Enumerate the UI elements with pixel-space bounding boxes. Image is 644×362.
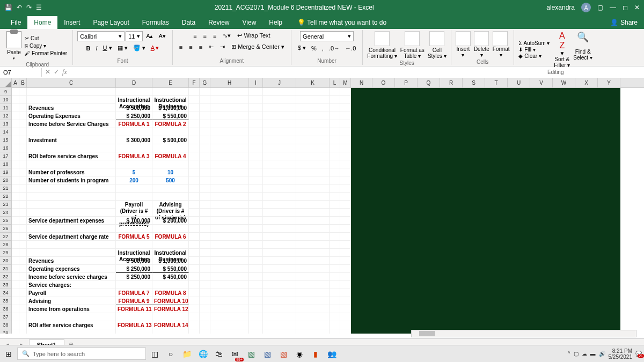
cell-K16[interactable] bbox=[296, 144, 330, 152]
wrap-text-button[interactable]: ↩ Wrap Text bbox=[235, 31, 272, 40]
cell-K13[interactable] bbox=[296, 120, 330, 128]
cell-D36[interactable]: FORMULA 11 bbox=[116, 305, 152, 313]
cell-F9[interactable] bbox=[189, 88, 200, 96]
row-header-16[interactable]: 16 bbox=[0, 144, 11, 152]
ribbon-display-icon[interactable]: ▢ bbox=[597, 4, 603, 11]
italic-button[interactable]: I bbox=[93, 44, 99, 53]
cell-F16[interactable] bbox=[189, 144, 200, 152]
cell-J22[interactable] bbox=[263, 193, 296, 201]
cell-A21[interactable] bbox=[12, 184, 19, 193]
cell-A36[interactable] bbox=[12, 305, 19, 313]
row-header-30[interactable]: 30 bbox=[0, 257, 11, 265]
cell-C10[interactable] bbox=[27, 96, 116, 104]
cell-F34[interactable] bbox=[189, 289, 200, 297]
cell-H34[interactable] bbox=[210, 289, 249, 297]
cell-J17[interactable] bbox=[263, 152, 296, 160]
cell-I31[interactable] bbox=[249, 265, 263, 273]
row-header-28[interactable]: 28 bbox=[0, 241, 11, 249]
cell-D26[interactable] bbox=[116, 225, 152, 233]
cell-M32[interactable] bbox=[340, 273, 351, 281]
cell-F36[interactable] bbox=[189, 305, 200, 313]
cell-I16[interactable] bbox=[249, 144, 263, 152]
cell-I13[interactable] bbox=[249, 120, 263, 128]
tell-me-search[interactable]: 💡 Tell me what you want to do bbox=[291, 16, 393, 29]
cell-C20[interactable]: Number of students in program bbox=[27, 176, 116, 184]
tray-volume-icon[interactable]: 🔊 bbox=[599, 351, 605, 357]
cell-L31[interactable] bbox=[330, 265, 340, 273]
cell-I35[interactable] bbox=[249, 297, 263, 305]
cell-C29[interactable] bbox=[27, 249, 116, 257]
cell-H29[interactable] bbox=[210, 249, 249, 257]
cell-L18[interactable] bbox=[330, 160, 340, 168]
cell-D32[interactable]: $ 250,000 bbox=[116, 273, 152, 281]
cell-J12[interactable] bbox=[263, 112, 296, 120]
cell-H10[interactable] bbox=[210, 96, 249, 104]
cell-H36[interactable] bbox=[210, 305, 249, 313]
cell-M35[interactable] bbox=[340, 297, 351, 305]
cell-E12[interactable]: $ 550,000 bbox=[152, 112, 189, 120]
copy-button[interactable]: ⎘ Copy ▾ bbox=[24, 42, 68, 49]
cell-I9[interactable] bbox=[249, 88, 263, 96]
cell-I19[interactable] bbox=[249, 168, 263, 176]
col-header-J[interactable]: J bbox=[263, 78, 296, 87]
cell-J14[interactable] bbox=[263, 128, 296, 136]
cell-M27[interactable] bbox=[340, 233, 351, 241]
col-header-A[interactable]: A bbox=[12, 78, 19, 87]
cell-I24[interactable] bbox=[249, 209, 263, 217]
cell-G18[interactable] bbox=[200, 160, 210, 168]
cell-F32[interactable] bbox=[189, 273, 200, 281]
cell-E14[interactable] bbox=[152, 128, 189, 136]
tab-data[interactable]: Data bbox=[175, 16, 202, 29]
row-header-10[interactable]: 10 bbox=[0, 96, 11, 104]
cell-D19[interactable]: 5 bbox=[116, 168, 152, 176]
cell-I29[interactable] bbox=[249, 249, 263, 257]
cell-M38[interactable] bbox=[340, 321, 351, 329]
align-bottom-icon[interactable]: ≡ bbox=[211, 32, 218, 40]
cell-F18[interactable] bbox=[189, 160, 200, 168]
cell-B20[interactable] bbox=[19, 176, 27, 184]
horizontal-scrollbar[interactable] bbox=[411, 330, 636, 337]
cell-J18[interactable] bbox=[263, 160, 296, 168]
cell-J10[interactable] bbox=[263, 96, 296, 104]
cell-A19[interactable] bbox=[12, 168, 19, 176]
cell-J38[interactable] bbox=[263, 321, 296, 329]
cell-J36[interactable] bbox=[263, 305, 296, 313]
cell-B29[interactable] bbox=[19, 249, 27, 257]
cell-F12[interactable] bbox=[189, 112, 200, 120]
cell-G31[interactable] bbox=[200, 265, 210, 273]
tray-chevron-icon[interactable]: ^ bbox=[568, 351, 570, 357]
undo-icon[interactable]: ↶ bbox=[17, 4, 22, 11]
cell-A27[interactable] bbox=[12, 233, 19, 241]
font-color-button[interactable]: A ▾ bbox=[149, 43, 162, 53]
cell-I12[interactable] bbox=[249, 112, 263, 120]
cell-F11[interactable] bbox=[189, 104, 200, 112]
align-right-icon[interactable]: ≡ bbox=[197, 43, 204, 51]
cell-M12[interactable] bbox=[340, 112, 351, 120]
font-size-combo[interactable]: 11▾ bbox=[126, 31, 143, 41]
cell-F15[interactable] bbox=[189, 136, 200, 144]
cell-C12[interactable]: Operating Expenses bbox=[27, 112, 116, 120]
mail-icon[interactable]: ✉99+ bbox=[229, 348, 241, 360]
cortana-icon[interactable]: ○ bbox=[164, 348, 177, 360]
customize-qat-icon[interactable]: ☰ bbox=[36, 4, 42, 11]
cell-L13[interactable] bbox=[330, 120, 340, 128]
cell-K22[interactable] bbox=[296, 193, 330, 201]
cell-E32[interactable]: $ 450,000 bbox=[152, 273, 189, 281]
cell-B27[interactable] bbox=[19, 233, 27, 241]
cell-H18[interactable] bbox=[210, 160, 249, 168]
cell-H35[interactable] bbox=[210, 297, 249, 305]
cell-E34[interactable]: FORMULA 8 bbox=[152, 289, 189, 297]
cell-A26[interactable] bbox=[12, 225, 19, 233]
cell-J34[interactable] bbox=[263, 289, 296, 297]
cell-M26[interactable] bbox=[340, 225, 351, 233]
cell-G11[interactable] bbox=[200, 104, 210, 112]
col-header-F[interactable]: F bbox=[189, 78, 200, 87]
cell-B34[interactable] bbox=[19, 289, 27, 297]
cell-J37[interactable] bbox=[263, 313, 296, 321]
cell-B15[interactable] bbox=[19, 136, 27, 144]
cell-C11[interactable]: Revenues bbox=[27, 104, 116, 112]
increase-font-icon[interactable]: A▴ bbox=[144, 32, 155, 41]
row-header-34[interactable]: 34 bbox=[0, 289, 11, 297]
cell-K11[interactable] bbox=[296, 104, 330, 112]
cell-G30[interactable] bbox=[200, 257, 210, 265]
